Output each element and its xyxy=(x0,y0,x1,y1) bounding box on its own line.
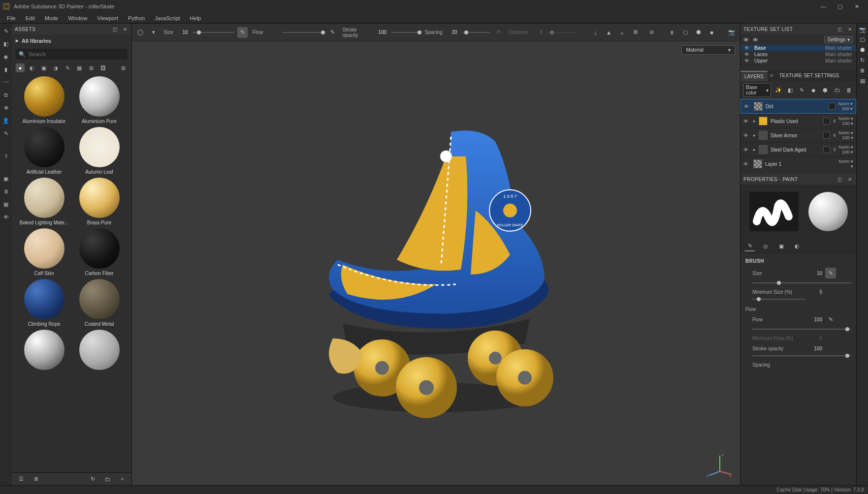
layer-row[interactable]: 👁 ▸ Plastic Used 6 Norm ▾ 100 ▾ xyxy=(740,114,856,128)
hide-icon[interactable]: ⊘ xyxy=(646,27,657,38)
viewport-3d[interactable]: Material ▾ xyxy=(132,41,740,485)
footer-tree-icon[interactable]: ≣ xyxy=(31,474,41,485)
ts-close-icon[interactable]: ✕ xyxy=(846,26,853,32)
rv-history-icon[interactable]: ↻ xyxy=(860,57,865,63)
brush-tool-icon[interactable]: ✎ xyxy=(1,129,10,138)
filter-brush-icon[interactable]: ✎ xyxy=(63,63,72,72)
rv-shader-icon[interactable]: ⬢ xyxy=(860,47,865,53)
flow-slider[interactable] xyxy=(283,29,324,36)
paint-tool-icon[interactable]: ✎ xyxy=(1,27,10,35)
fill-tool-icon[interactable]: ▮ xyxy=(1,65,10,74)
asset-item[interactable] xyxy=(21,330,67,372)
rv-display-icon[interactable]: 🖵 xyxy=(860,37,865,43)
layer-row[interactable]: 👁 ▸ Silver Armor 6 Norm ▾ 100 ▾ xyxy=(740,128,856,142)
footer-refresh-icon[interactable]: ↻ xyxy=(87,474,98,485)
prop-flow-slider[interactable] xyxy=(752,326,851,333)
filter-mask-icon[interactable]: ▣ xyxy=(39,63,48,72)
prop-size-slider[interactable] xyxy=(752,279,851,286)
mirror-icon[interactable]: ▲ xyxy=(604,27,614,38)
view-grid-icon[interactable]: ⊞ xyxy=(119,63,128,72)
clone-tool-icon[interactable]: ⧉ xyxy=(1,91,10,99)
maximize-button[interactable]: ▢ xyxy=(832,0,848,13)
opacity-dropdown[interactable]: 100 ▾ xyxy=(842,121,853,126)
footer-add-icon[interactable]: ＋ xyxy=(117,474,128,485)
alpha-icon[interactable]: ◯ xyxy=(135,27,145,38)
menu-help[interactable]: Help xyxy=(185,14,206,23)
prop-opacity-slider[interactable] xyxy=(752,352,851,359)
asset-item[interactable]: Autumn Leaf xyxy=(76,127,123,175)
assets-search[interactable]: 🔍 xyxy=(16,49,128,60)
ts-eye-toggle-icon[interactable]: 👁 xyxy=(753,37,758,43)
layer-icon[interactable]: ≣ xyxy=(1,187,10,196)
asset-item[interactable]: Aluminium Insulator xyxy=(21,76,67,124)
library-selector[interactable]: ▸ All libraries xyxy=(12,34,131,47)
close-button[interactable]: ✕ xyxy=(848,0,865,13)
filter-env-icon[interactable]: ⊞ xyxy=(87,63,96,72)
layer-folder-icon[interactable]: 🗀 xyxy=(833,85,841,95)
blend-mode-dropdown[interactable]: Norm ▾ xyxy=(839,159,854,164)
grid-icon[interactable]: ▦ xyxy=(1,200,10,209)
asset-item[interactable]: Aluminium Pure xyxy=(76,76,123,124)
search-input[interactable] xyxy=(29,51,125,57)
rv-log-icon[interactable]: ≣ xyxy=(860,67,865,74)
ts-settings-button[interactable]: Settings ▾ xyxy=(824,36,853,43)
eye-icon[interactable]: 👁 xyxy=(743,147,750,153)
rv-camera-icon[interactable]: 📷 xyxy=(859,27,866,33)
layer-row[interactable]: 👁 Layer 1 Norm ▾ ▾ xyxy=(740,156,856,171)
viewport-material-dropdown[interactable]: Material ▾ xyxy=(681,45,735,55)
asset-item[interactable] xyxy=(76,330,123,372)
picker-tool-icon[interactable]: ✥ xyxy=(1,103,10,112)
prop-size-pressure-icon[interactable]: ✎ xyxy=(825,268,836,278)
asset-item[interactable]: Calf Skin xyxy=(21,228,67,276)
asset-item[interactable]: Baked Lighting Mate... xyxy=(21,178,67,225)
blend-mode-dropdown[interactable]: Norm ▾ xyxy=(838,101,853,106)
smudge-tool-icon[interactable]: 〰 xyxy=(1,78,10,87)
eraser-tool-icon[interactable]: ◧ xyxy=(1,39,10,48)
export-icon[interactable]: ⇪ xyxy=(1,152,10,160)
projection-tool-icon[interactable]: ◉ xyxy=(1,52,10,61)
menu-window[interactable]: Window xyxy=(63,14,92,23)
prop-alpha-tab-icon[interactable]: ◎ xyxy=(760,241,771,251)
record-icon[interactable]: ■ xyxy=(707,27,717,38)
footer-list-icon[interactable]: ☰ xyxy=(16,474,27,485)
props-close-icon[interactable]: ✕ xyxy=(846,176,853,183)
eye-icon[interactable]: 👁 xyxy=(744,45,751,51)
layer-paint-icon[interactable]: ✎ xyxy=(798,85,806,95)
menu-file[interactable]: File xyxy=(2,14,21,23)
prop-minsize-slider[interactable] xyxy=(752,296,805,303)
view3d-icon[interactable]: ▢ xyxy=(680,27,690,38)
tab-close-icon[interactable]: ✕ xyxy=(768,71,775,81)
layer-row[interactable]: 👁 ▸ Steel Dark Aged 3 Norm ▾ 100 ▾ xyxy=(740,142,856,156)
filter-alpha-icon[interactable]: ◑ xyxy=(51,63,60,72)
layer-fill-icon[interactable]: ◆ xyxy=(809,85,818,95)
size-slider[interactable] xyxy=(193,29,234,36)
layer-delete-icon[interactable]: 🗑 xyxy=(844,85,853,95)
blend-mode-dropdown[interactable]: Norm ▾ xyxy=(839,145,854,150)
opacity-dropdown[interactable]: 100 ▾ xyxy=(842,135,853,140)
minimize-button[interactable]: ― xyxy=(815,0,832,13)
footer-folder-icon[interactable]: 🗀 xyxy=(102,474,113,485)
cube-icon[interactable]: ▣ xyxy=(1,174,10,183)
dropdown-icon[interactable]: ▾ xyxy=(148,27,159,38)
pause-icon[interactable]: ⏸ xyxy=(667,27,677,38)
bucket-icon[interactable]: 👤 xyxy=(1,116,10,125)
mirror2-icon[interactable]: ▲ xyxy=(617,27,627,38)
prop-stencil-tab-icon[interactable]: ▣ xyxy=(776,241,787,251)
asset-item[interactable]: Artificial Leather xyxy=(21,127,67,175)
opacity-dropdown[interactable]: 100 ▾ xyxy=(842,150,853,154)
menu-javascript[interactable]: JavaScript xyxy=(150,14,185,23)
layer-row[interactable]: 👁 Dirt Norm ▾ 100 ▾ xyxy=(740,99,856,114)
eye-icon[interactable]: 👁 xyxy=(744,104,751,109)
tab-textureset-settings[interactable]: TEXTURE SET SETTINGS xyxy=(775,71,843,81)
menu-viewport[interactable]: Viewport xyxy=(92,14,123,23)
opacity-slider[interactable] xyxy=(391,29,419,36)
filter-texture-icon[interactable]: ▦ xyxy=(75,63,84,72)
asset-item[interactable]: Carbon Fiber xyxy=(76,228,123,276)
filter-smart-icon[interactable]: ◐ xyxy=(28,63,36,72)
textureset-row[interactable]: 👁LacesMain shader xyxy=(740,51,856,58)
menu-mode[interactable]: Mode xyxy=(40,14,64,23)
props-undock-icon[interactable]: ◫ xyxy=(836,176,843,183)
filter-material-icon[interactable]: ● xyxy=(16,63,25,72)
eye-icon[interactable]: 👁 xyxy=(743,161,750,167)
panel-close-icon[interactable]: ✕ xyxy=(122,26,129,32)
